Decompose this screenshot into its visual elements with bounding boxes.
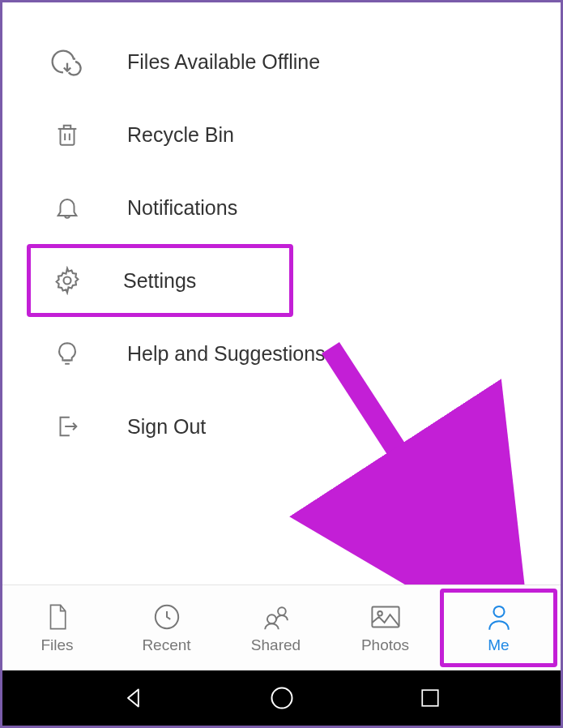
people-icon <box>262 602 291 632</box>
tab-files[interactable]: Files <box>2 585 112 670</box>
menu-item-sign-out[interactable]: Sign Out <box>2 390 561 463</box>
tab-me[interactable]: Me <box>440 589 557 667</box>
bottom-tabbar: Files Recent Shared Photos <box>2 585 561 670</box>
nav-home-button[interactable] <box>266 682 298 714</box>
lightbulb-icon <box>51 337 83 370</box>
tab-label: Files <box>41 636 73 654</box>
tab-label: Shared <box>251 636 301 654</box>
svg-point-6 <box>377 611 382 616</box>
menu-item-recycle-bin[interactable]: Recycle Bin <box>2 98 561 171</box>
file-icon <box>43 602 72 632</box>
menu-item-notifications[interactable]: Notifications <box>2 171 561 244</box>
svg-point-7 <box>493 606 504 616</box>
menu-item-files-offline[interactable]: Files Available Offline <box>2 25 561 98</box>
menu-item-label: Notifications <box>127 196 237 220</box>
trash-icon <box>51 118 83 151</box>
tab-label: Me <box>488 636 509 654</box>
svg-point-3 <box>267 615 275 623</box>
tab-shared[interactable]: Shared <box>221 585 331 670</box>
svg-point-0 <box>64 277 71 285</box>
clock-icon <box>152 602 181 632</box>
tab-label: Recent <box>142 636 190 654</box>
menu-item-label: Help and Suggestions <box>127 342 326 366</box>
android-navbar <box>2 670 561 726</box>
bell-icon <box>51 191 83 224</box>
photo-icon <box>371 602 400 632</box>
person-icon <box>484 602 514 632</box>
nav-back-button[interactable] <box>117 682 150 714</box>
cloud-download-icon <box>51 45 83 78</box>
nav-recent-button[interactable] <box>414 682 446 714</box>
svg-rect-9 <box>422 690 438 706</box>
menu-item-label: Files Available Offline <box>127 50 320 74</box>
svg-rect-5 <box>372 606 399 627</box>
gear-icon <box>51 264 83 297</box>
tab-photos[interactable]: Photos <box>331 585 440 670</box>
tab-recent[interactable]: Recent <box>112 585 221 670</box>
menu-item-label: Settings <box>123 269 196 293</box>
menu-item-label: Sign Out <box>127 415 206 439</box>
svg-point-8 <box>271 688 292 709</box>
tab-label: Photos <box>361 636 409 654</box>
svg-point-4 <box>278 607 286 615</box>
menu-list: Files Available Offline Recycle Bin Noti… <box>2 2 561 463</box>
signout-icon <box>51 410 83 443</box>
menu-item-label: Recycle Bin <box>127 123 234 147</box>
menu-item-settings[interactable]: Settings <box>27 244 293 317</box>
menu-item-help[interactable]: Help and Suggestions <box>2 317 561 390</box>
